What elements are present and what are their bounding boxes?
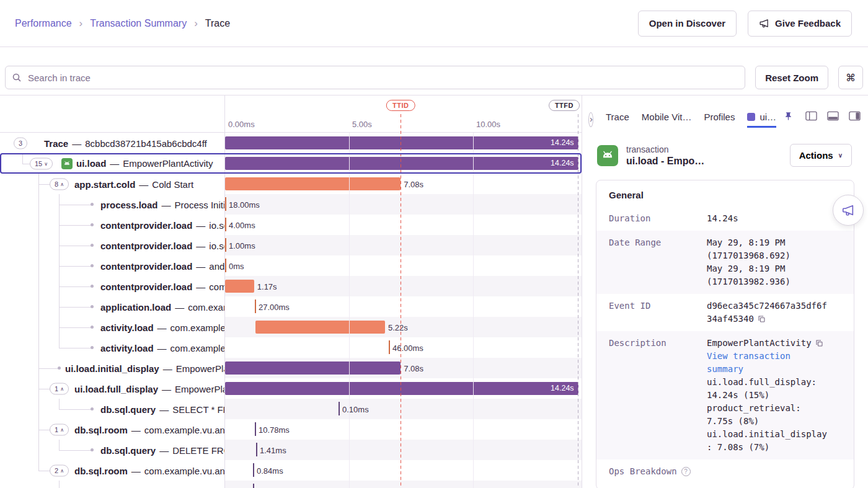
span-track[interactable]: 1.17s <box>225 276 582 296</box>
tree-connector <box>38 337 39 358</box>
breadcrumb-transaction-summary[interactable]: Transaction Summary <box>90 18 187 29</box>
span-bar[interactable] <box>225 177 401 190</box>
span-bar[interactable]: 14.24s <box>225 157 578 170</box>
dash-separator: — <box>131 465 141 476</box>
span-bar[interactable]: 14.24s <box>225 382 578 395</box>
row-count-badge[interactable]: 1∧ <box>50 424 69 435</box>
trace-row[interactable]: db.sql.query—INSERT OR REPLACE INTO prod… <box>0 481 582 488</box>
span-tick[interactable] <box>255 422 256 436</box>
dock-left-icon[interactable] <box>805 111 817 123</box>
breadcrumb-performance[interactable]: Performance <box>15 18 72 29</box>
trace-row[interactable]: contentprovider.load—androidx.startup.In… <box>0 255 582 276</box>
span-tick[interactable] <box>225 218 226 231</box>
reset-zoom-button[interactable]: Reset Zoom <box>755 66 828 89</box>
copy-icon[interactable] <box>758 315 766 323</box>
span-track[interactable]: 4.00ms <box>225 215 582 235</box>
span-tick[interactable] <box>253 484 254 488</box>
trace-waterfall: TTID TTFD 0.00ms5.00s10.00s 3Trace—8cbbc… <box>0 95 582 488</box>
tab-active-span[interactable]: ui… <box>747 112 776 128</box>
span-tick[interactable] <box>225 197 226 211</box>
span-track[interactable]: 2.78ms <box>225 481 582 488</box>
span-track[interactable]: 7.08s <box>225 358 582 378</box>
trace-row[interactable]: 8∧app.start.cold—Cold Start7.08s <box>0 174 582 194</box>
trace-row[interactable]: process.load—Process Initialization18.00… <box>0 194 582 215</box>
trace-row-tree: 1∧db.sql.room—com.example.vu.android <box>0 419 225 440</box>
span-description: com.example.vu.android.MainActivity <box>170 322 225 332</box>
span-track[interactable]: 46.00ms <box>225 337 582 358</box>
trace-row[interactable]: 1∧db.sql.room—com.example.vu.android10.7… <box>0 419 582 440</box>
span-description: com.example.vu.android.MyApplication <box>188 301 225 312</box>
span-tick[interactable] <box>339 402 340 415</box>
actions-button[interactable]: Actions ∨ <box>790 144 852 167</box>
span-bar[interactable] <box>255 321 385 334</box>
trace-row[interactable]: db.sql.query—SELECT * FROM products0.10m… <box>0 399 582 419</box>
row-count: 1 <box>55 385 58 393</box>
trace-row[interactable]: 2∧db.sql.room—com.example.vu.android0.84… <box>0 460 582 481</box>
span-track[interactable]: 1.41ms <box>225 440 582 460</box>
span-label: db.sql.query—INSERT OR REPLACE INTO prod… <box>100 486 225 488</box>
shortcut-command-button[interactable]: ⌘ <box>838 66 863 89</box>
span-track[interactable]: 5.22s <box>225 317 582 337</box>
trace-row[interactable]: activity.load—com.example.vu.android.Emp… <box>0 337 582 358</box>
row-count-badge[interactable]: 15∨ <box>30 157 53 169</box>
span-bar[interactable]: 14.24s <box>225 136 578 149</box>
span-bar[interactable] <box>225 362 401 375</box>
detail-key-label: Date Range <box>609 236 661 249</box>
row-count-badge[interactable]: 2∧ <box>50 464 69 476</box>
span-track[interactable]: 14.24s <box>225 133 582 153</box>
expand-panel-button[interactable]: › <box>588 112 593 127</box>
span-tick[interactable] <box>225 238 226 252</box>
span-color-swatch-icon <box>747 113 755 121</box>
tab-trace[interactable]: Trace <box>606 112 629 128</box>
timeline-axis: TTID TTFD 0.00ms5.00s10.00s <box>225 95 582 133</box>
search-input[interactable] <box>5 66 745 89</box>
trace-row[interactable]: activity.load—com.example.vu.android.Mai… <box>0 317 582 337</box>
row-count-badge[interactable]: 1∧ <box>50 383 69 394</box>
row-count-badge[interactable]: 3 <box>14 137 27 149</box>
span-track[interactable]: 7.08s <box>225 174 582 194</box>
trace-row[interactable]: ui.load.initial_display—EmpowerPlantActi… <box>0 358 582 378</box>
tree-connector <box>59 440 60 450</box>
span-track[interactable]: 0.10ms <box>225 399 582 419</box>
trace-row[interactable]: contentprovider.load—io.sentry.android.c… <box>0 235 582 255</box>
dock-bottom-icon[interactable] <box>827 111 839 123</box>
span-track[interactable]: 10.78ms <box>225 419 582 440</box>
span-track[interactable]: 1.00ms <box>225 235 582 255</box>
pin-icon[interactable] <box>784 112 793 128</box>
trace-row[interactable]: contentprovider.load—com.example.vu.andr… <box>0 276 582 296</box>
copy-icon[interactable] <box>815 339 823 347</box>
span-track[interactable]: 0.84ms <box>225 460 582 481</box>
trace-row[interactable]: db.sql.query—DELETE FROM products1.41ms <box>0 440 582 460</box>
help-icon[interactable]: ? <box>681 467 691 476</box>
span-tick[interactable] <box>255 299 256 313</box>
trace-row[interactable]: contentprovider.load—io.sentry.android.c… <box>0 215 582 235</box>
tree-connector <box>38 235 39 255</box>
span-label: contentprovider.load—io.sentry.android.c… <box>100 240 225 251</box>
span-tick[interactable] <box>253 463 254 477</box>
trace-row[interactable]: 1∧ui.load.full_display—EmpowerPlantActiv… <box>0 378 582 399</box>
span-track[interactable]: 27.00ms <box>225 296 582 317</box>
trace-row[interactable]: 3Trace—8cbbcd38721b415ab6cbdc4ff14.24s <box>0 133 582 153</box>
tab-profiles[interactable]: Profiles <box>704 112 735 128</box>
row-count-badge[interactable]: 8∧ <box>50 178 69 190</box>
trace-row[interactable]: 15∨ui.load—EmpowerPlantActivity14.24s <box>0 153 582 174</box>
tab-mobile-vit[interactable]: Mobile Vit… <box>642 112 692 128</box>
tree-dot-icon <box>58 366 61 370</box>
span-track[interactable]: 18.00ms <box>225 194 582 215</box>
span-tick[interactable] <box>225 259 226 272</box>
open-in-discover-button[interactable]: Open in Discover <box>638 11 737 37</box>
row-count: 3 <box>19 140 22 147</box>
dock-right-icon[interactable] <box>849 111 861 123</box>
span-track[interactable]: 14.24s <box>225 153 582 174</box>
span-tick[interactable] <box>256 443 257 456</box>
feedback-fab-megaphone-icon[interactable] <box>833 195 864 226</box>
timeline-tick-label: 10.00s <box>476 120 500 129</box>
span-track[interactable]: 14.24s <box>225 378 582 399</box>
span-track[interactable]: 0ms <box>225 255 582 276</box>
span-duration: 46.00ms <box>392 343 423 352</box>
trace-row[interactable]: application.load—com.example.vu.android.… <box>0 296 582 317</box>
view-transaction-summary-link[interactable]: View transaction summary <box>707 350 832 376</box>
span-bar[interactable] <box>225 280 254 293</box>
span-tick[interactable] <box>389 340 390 354</box>
give-feedback-button[interactable]: Give Feedback <box>748 11 852 37</box>
